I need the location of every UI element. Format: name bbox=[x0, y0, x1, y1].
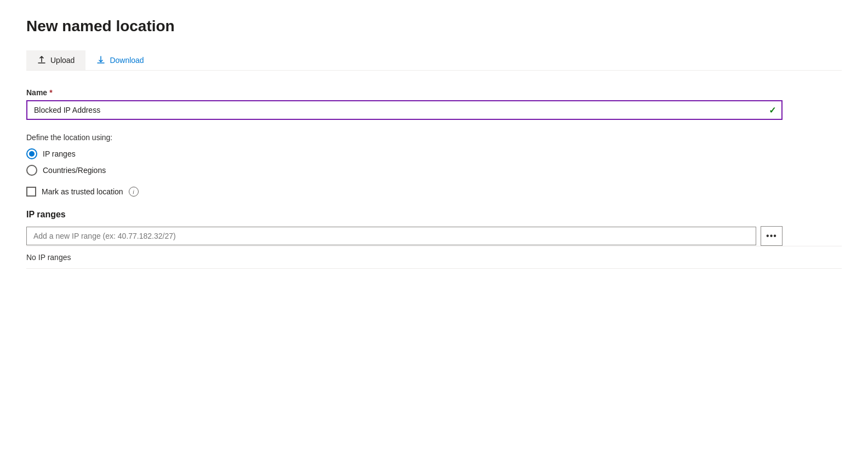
input-valid-checkmark: ✓ bbox=[769, 105, 776, 116]
ip-ranges-title: IP ranges bbox=[26, 210, 842, 220]
name-field-group: Name * ✓ bbox=[26, 88, 842, 120]
countries-regions-radio-label: Countries/Regions bbox=[43, 166, 106, 175]
form-section: Name * ✓ Define the location using: IP r… bbox=[26, 88, 842, 269]
ip-table-container: No IP ranges bbox=[26, 246, 842, 269]
download-button[interactable]: Download bbox=[85, 50, 155, 70]
download-icon bbox=[96, 56, 105, 65]
page-container: New named location Upload Download bbox=[0, 0, 868, 286]
ip-range-more-button[interactable]: ••• bbox=[761, 226, 783, 246]
ip-ranges-radio-label: IP ranges bbox=[43, 149, 76, 158]
toolbar: Upload Download bbox=[26, 50, 842, 71]
upload-icon bbox=[37, 56, 46, 65]
no-ip-ranges-text: No IP ranges bbox=[26, 246, 842, 269]
name-label: Name * bbox=[26, 88, 842, 97]
ip-ranges-section: IP ranges ••• No IP ranges bbox=[26, 210, 842, 269]
required-star: * bbox=[49, 88, 52, 97]
ip-input-row: ••• bbox=[26, 226, 783, 246]
upload-label: Upload bbox=[50, 56, 75, 65]
name-input[interactable] bbox=[26, 100, 783, 120]
info-icon[interactable]: i bbox=[129, 187, 139, 197]
name-input-wrapper: ✓ bbox=[26, 100, 783, 120]
countries-regions-radio-option[interactable]: Countries/Regions bbox=[26, 165, 842, 176]
trusted-location-row: Mark as trusted location i bbox=[26, 187, 842, 197]
location-type-radio-group: IP ranges Countries/Regions bbox=[26, 148, 842, 176]
ip-ranges-radio-option[interactable]: IP ranges bbox=[26, 148, 842, 159]
ip-ranges-radio-button[interactable] bbox=[26, 148, 37, 159]
download-label: Download bbox=[110, 56, 144, 65]
define-location-group: Define the location using: IP ranges Cou… bbox=[26, 133, 842, 197]
ellipsis-icon: ••• bbox=[766, 231, 777, 241]
ip-input-wrapper bbox=[26, 227, 756, 245]
page-title: New named location bbox=[26, 18, 842, 35]
upload-button[interactable]: Upload bbox=[26, 50, 85, 70]
countries-regions-radio-button[interactable] bbox=[26, 165, 37, 176]
define-label: Define the location using: bbox=[26, 133, 842, 142]
trusted-location-label: Mark as trusted location bbox=[42, 187, 123, 196]
trusted-location-checkbox[interactable] bbox=[26, 187, 36, 197]
ip-range-input[interactable] bbox=[26, 227, 756, 245]
